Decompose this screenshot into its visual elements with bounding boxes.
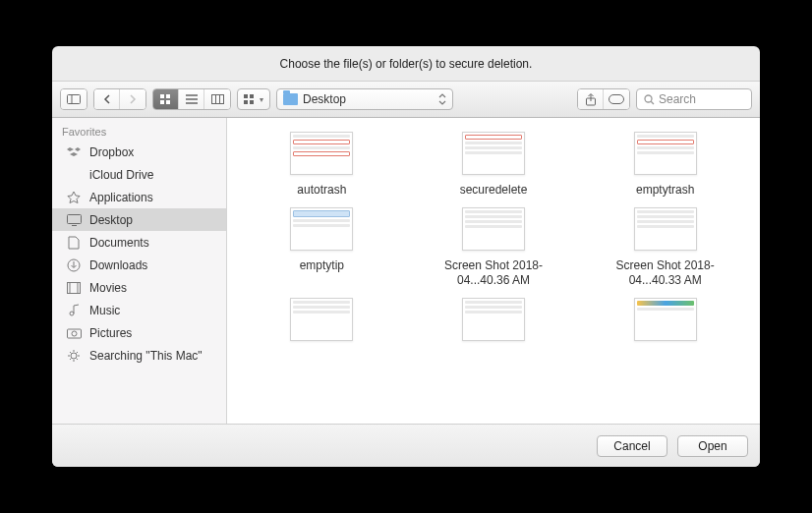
cancel-button[interactable]: Cancel	[597, 435, 667, 457]
applications-icon	[66, 190, 82, 205]
action-group	[577, 88, 630, 110]
file-thumbnail	[462, 207, 525, 251]
file-item[interactable]	[241, 298, 403, 349]
search-field[interactable]: Search	[636, 88, 752, 110]
file-item[interactable]: emptytrash	[584, 132, 746, 198]
file-thumbnail	[290, 132, 353, 175]
file-thumbnail	[462, 298, 525, 341]
tags-button[interactable]	[604, 89, 629, 109]
desktop-icon	[66, 212, 82, 228]
sidebar-item-music[interactable]: Music	[52, 299, 226, 321]
sidebar-item-documents[interactable]: Documents	[52, 231, 226, 254]
svg-rect-20	[68, 282, 81, 293]
sidebar-item-movies[interactable]: Movies	[52, 276, 226, 299]
file-item[interactable]: emptytip	[241, 207, 403, 288]
column-view-button[interactable]	[204, 89, 230, 109]
sidebar-item-applications[interactable]: Applications	[52, 186, 226, 208]
file-thumbnail	[634, 132, 697, 175]
svg-rect-4	[160, 100, 164, 104]
group-by-dropdown[interactable]: ▾	[237, 88, 270, 110]
sidebar-toggle-group	[60, 88, 87, 110]
sidebar-item-label: Applications	[89, 191, 153, 204]
chevron-right-icon	[129, 94, 137, 104]
search-icon	[644, 94, 655, 105]
file-label: Screen Shot 2018-04...40.36 AM	[425, 258, 562, 288]
tag-icon	[609, 94, 624, 104]
sidebar-toggle-button[interactable]	[61, 89, 87, 109]
sidebar-item-searching[interactable]: Searching "This Mac"	[52, 344, 226, 367]
file-item[interactable]: securedelete	[413, 132, 575, 198]
grid-icon	[160, 94, 171, 105]
file-item[interactable]: autotrash	[241, 132, 403, 198]
file-label: Screen Shot 2018-04...40.33 AM	[597, 258, 734, 288]
file-label: autotrash	[297, 183, 346, 198]
file-label: emptytip	[300, 258, 344, 273]
location-dropdown[interactable]: Desktop	[276, 88, 453, 110]
open-button[interactable]: Open	[677, 435, 748, 457]
file-grid: autotrash securedelete emptytrash emptyt…	[227, 118, 760, 424]
sidebar-item-icloud[interactable]: iCloud Drive	[52, 163, 226, 186]
svg-rect-9	[244, 94, 248, 98]
sidebar-item-desktop[interactable]: Desktop	[52, 208, 226, 231]
list-icon	[186, 94, 198, 104]
back-button[interactable]	[94, 89, 120, 109]
updown-icon	[438, 93, 446, 105]
svg-rect-17	[67, 214, 81, 223]
sidebar-heading: Favorites	[52, 118, 226, 141]
sidebar-item-label: iCloud Drive	[89, 168, 153, 182]
svg-rect-3	[166, 94, 170, 98]
icon-view-button[interactable]	[153, 89, 179, 109]
svg-line-16	[651, 101, 654, 104]
list-view-button[interactable]	[179, 89, 204, 109]
file-thumbnail	[290, 298, 353, 341]
file-thumbnail	[634, 298, 697, 341]
svg-point-25	[71, 353, 77, 359]
svg-rect-2	[160, 94, 164, 98]
gear-icon	[66, 348, 82, 364]
file-label: emptytrash	[636, 183, 694, 198]
svg-point-24	[72, 331, 77, 336]
dialog-footer: Cancel Open	[52, 424, 760, 467]
sidebar-item-label: Music	[89, 304, 120, 317]
file-label: securedelete	[460, 183, 528, 198]
chevron-left-icon	[103, 94, 111, 104]
share-icon	[585, 93, 597, 106]
sidebar: Favorites Dropbox iCloud Drive Applicati…	[52, 118, 227, 424]
search-placeholder: Search	[659, 92, 696, 106]
svg-rect-12	[250, 100, 254, 104]
sidebar-item-label: Pictures	[89, 326, 132, 340]
file-item[interactable]: Screen Shot 2018-04...40.36 AM	[413, 207, 575, 288]
sidebar-item-dropbox[interactable]: Dropbox	[52, 141, 226, 163]
toolbar: ▾ Desktop Search	[52, 81, 760, 118]
file-item[interactable]	[584, 298, 746, 349]
file-item[interactable]: Screen Shot 2018-04...40.33 AM	[584, 207, 746, 288]
svg-rect-14	[609, 95, 624, 104]
svg-rect-10	[250, 94, 254, 98]
sidebar-item-pictures[interactable]: Pictures	[52, 321, 226, 344]
blank-icon	[66, 167, 82, 183]
svg-rect-0	[68, 95, 81, 104]
forward-button[interactable]	[120, 89, 145, 109]
svg-rect-6	[211, 95, 223, 104]
view-mode-group	[152, 88, 231, 110]
open-dialog: Choose the file(s) or folder(s) to secur…	[52, 46, 760, 467]
share-button[interactable]	[578, 89, 604, 109]
documents-icon	[66, 235, 82, 251]
sidebar-icon	[67, 94, 81, 104]
file-thumbnail	[634, 207, 697, 251]
svg-point-15	[645, 95, 652, 102]
dialog-title: Choose the file(s) or folder(s) to secur…	[52, 46, 760, 81]
sidebar-item-label: Searching "This Mac"	[89, 349, 203, 363]
movies-icon	[66, 280, 82, 296]
location-label: Desktop	[303, 92, 346, 106]
svg-rect-5	[166, 100, 170, 104]
sidebar-item-label: Dropbox	[89, 145, 134, 159]
dropbox-icon	[66, 144, 82, 160]
svg-rect-23	[67, 329, 81, 338]
sidebar-item-label: Documents	[89, 236, 149, 250]
file-item[interactable]	[413, 298, 575, 349]
file-thumbnail	[462, 132, 525, 175]
sidebar-item-label: Desktop	[89, 213, 133, 227]
music-icon	[66, 303, 82, 318]
sidebar-item-downloads[interactable]: Downloads	[52, 254, 226, 276]
